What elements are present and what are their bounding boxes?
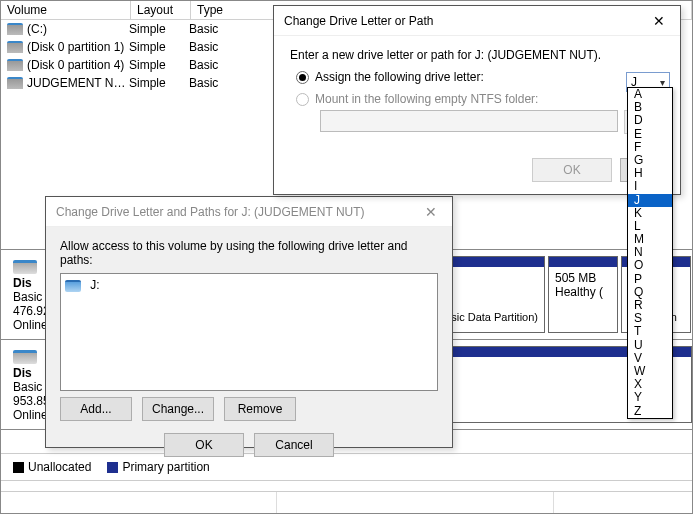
mount-path-input <box>320 110 618 132</box>
column-volume[interactable]: Volume <box>1 1 131 19</box>
volume-name: (C:) <box>27 22 129 36</box>
paths-listbox[interactable]: J: <box>60 273 438 391</box>
volume-row[interactable]: (C:) Simple Basic <box>1 20 271 38</box>
radio-unselected-icon <box>296 93 309 106</box>
drive-letter-option[interactable]: E <box>628 128 672 141</box>
change-drive-letter-dialog: Change Drive Letter or Path ✕ Enter a ne… <box>273 5 681 195</box>
list-item[interactable]: J: <box>65 278 433 292</box>
volume-type: Basic <box>189 76 249 90</box>
remove-button[interactable]: Remove <box>224 397 296 421</box>
ok-button: OK <box>532 158 612 182</box>
partition-text: 505 MB Healthy ( <box>549 267 617 303</box>
drive-letter-option[interactable]: J <box>628 194 672 207</box>
volume-name: (Disk 0 partition 4) <box>27 58 129 72</box>
add-button[interactable]: Add... <box>60 397 132 421</box>
volume-type: Basic <box>189 22 249 36</box>
change-button[interactable]: Change... <box>142 397 214 421</box>
drive-letter-dropdown[interactable]: ABDEFGHIJKLMNOPQRSTUVWXYZ <box>627 87 673 419</box>
dialog-title: Change Drive Letter and Paths for J: (JU… <box>56 205 416 219</box>
swatch-black <box>13 462 24 473</box>
dialog-titlebar[interactable]: Change Drive Letter and Paths for J: (JU… <box>46 197 452 227</box>
partition-bar <box>549 257 617 267</box>
drive-icon <box>7 59 23 71</box>
radio-label: Assign the following drive letter: <box>315 70 484 84</box>
disk-icon <box>13 260 37 274</box>
column-layout[interactable]: Layout <box>131 1 191 19</box>
drive-letter-option[interactable]: V <box>628 352 672 365</box>
drive-icon <box>7 77 23 89</box>
volume-layout: Simple <box>129 22 189 36</box>
drive-icon <box>7 23 23 35</box>
close-icon[interactable]: ✕ <box>416 200 446 224</box>
drive-letter-option[interactable]: U <box>628 339 672 352</box>
volume-row[interactable]: (Disk 0 partition 4) Simple Basic <box>1 56 271 74</box>
drive-icon <box>65 280 81 292</box>
radio-selected-icon <box>296 71 309 84</box>
status-cell <box>1 492 277 513</box>
disk-management-window: Volume Layout Type (C:) Simple Basic (Di… <box>0 0 693 514</box>
dialog-title: Change Drive Letter or Path <box>284 14 644 28</box>
drive-letter-option[interactable]: F <box>628 141 672 154</box>
status-cell <box>277 492 553 513</box>
cancel-button[interactable]: Cancel <box>254 433 334 457</box>
volume-row[interactable]: (Disk 0 partition 1) Simple Basic <box>1 38 271 56</box>
radio-label: Mount in the following empty NTFS folder… <box>315 92 538 106</box>
drive-letter-option[interactable]: O <box>628 259 672 272</box>
drive-letter-option[interactable]: D <box>628 114 672 127</box>
volume-row[interactable]: JUDGEMENT NUT ... Simple Basic <box>1 74 271 92</box>
close-icon[interactable]: ✕ <box>644 9 674 33</box>
drive-letter-option[interactable]: I <box>628 180 672 193</box>
instruction-text: Enter a new drive letter or path for J: … <box>290 48 664 62</box>
volume-name: (Disk 0 partition 1) <box>27 40 129 54</box>
volume-type: Basic <box>189 58 249 72</box>
drive-icon <box>7 41 23 53</box>
chevron-down-icon: ▾ <box>660 77 665 88</box>
drive-letter-option[interactable]: P <box>628 273 672 286</box>
volume-type: Basic <box>189 40 249 54</box>
dialog-titlebar[interactable]: Change Drive Letter or Path ✕ <box>274 6 680 36</box>
volume-layout: Simple <box>129 58 189 72</box>
volume-layout: Simple <box>129 40 189 54</box>
drive-letter-option[interactable]: Z <box>628 405 672 418</box>
partition[interactable]: 505 MB Healthy ( <box>548 256 618 333</box>
instruction-text: Allow access to this volume by using the… <box>60 239 438 267</box>
volume-name: JUDGEMENT NUT ... <box>27 76 129 90</box>
status-bar <box>1 491 692 513</box>
ok-button[interactable]: OK <box>164 433 244 457</box>
drive-letter-option[interactable]: T <box>628 325 672 338</box>
volume-layout: Simple <box>129 76 189 90</box>
change-drive-letter-paths-dialog: Change Drive Letter and Paths for J: (JU… <box>45 196 453 448</box>
drive-letter-option[interactable]: K <box>628 207 672 220</box>
list-item-label: J: <box>90 278 99 292</box>
volume-table-body: (C:) Simple Basic (Disk 0 partition 1) S… <box>1 20 271 92</box>
mount-folder-radio[interactable]: Mount in the following empty NTFS folder… <box>296 92 664 106</box>
drive-letter-option[interactable]: Y <box>628 391 672 404</box>
disk-icon <box>13 350 37 364</box>
assign-letter-radio[interactable]: Assign the following drive letter: <box>296 70 664 84</box>
